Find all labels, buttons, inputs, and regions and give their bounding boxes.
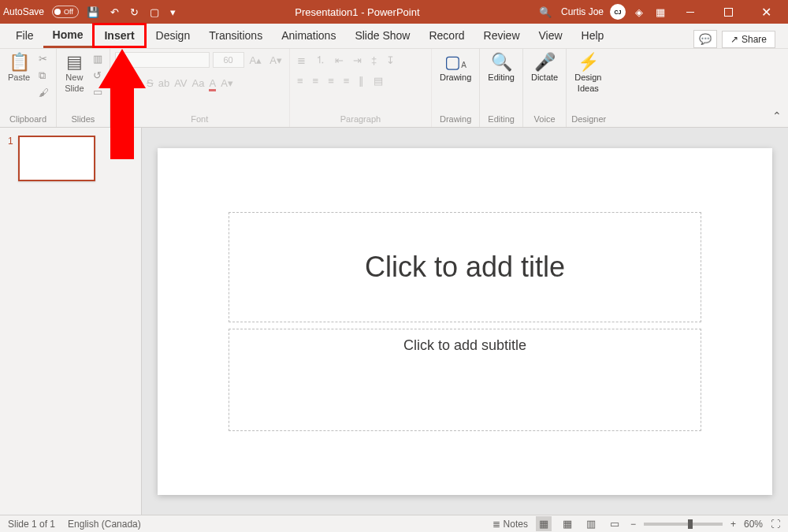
title-placeholder[interactable]: Click to add title — [229, 212, 701, 322]
ribbon-tabs: File Home Insert Design Transitions Anim… — [0, 24, 788, 49]
premium-icon[interactable]: ◈ — [632, 6, 646, 18]
slide-canvas[interactable]: Click to add title Click to add subtitle — [158, 148, 772, 495]
font-color-icon[interactable]: A — [209, 77, 216, 91]
language-status[interactable]: English (Canada) — [68, 519, 141, 530]
section-icon[interactable]: ▭ — [91, 85, 105, 99]
case-icon[interactable]: Aa — [192, 77, 205, 91]
normal-view-icon[interactable]: ▦ — [536, 516, 552, 531]
document-title: Presentation1 - PowerPoint — [179, 6, 536, 18]
tab-animations[interactable]: Animations — [272, 23, 345, 48]
zoom-in-icon[interactable]: + — [730, 519, 736, 530]
decrease-font-icon[interactable]: A▾ — [267, 54, 284, 67]
undo-icon[interactable]: ↶ — [107, 6, 122, 18]
spacing-icon[interactable]: AV — [174, 77, 187, 91]
minimize-button[interactable] — [675, 0, 706, 24]
font-group-label: Font — [115, 113, 284, 125]
justify-icon[interactable]: ≡ — [341, 74, 352, 87]
slideshow-view-icon[interactable]: ▭ — [607, 516, 623, 531]
slide-thumbnail-pane[interactable]: 1 — [0, 128, 142, 515]
tab-help[interactable]: Help — [572, 23, 614, 48]
comments-button[interactable]: 💬 — [693, 30, 717, 48]
align-right-icon[interactable]: ≡ — [325, 74, 336, 87]
work-area: 1 Click to add title Click to add subtit… — [0, 128, 788, 515]
drawing-button[interactable]: ▢A Drawing — [437, 52, 474, 84]
thumbnail-1[interactable]: 1 — [8, 136, 133, 181]
newslide-label2: Slide — [65, 84, 84, 93]
group-drawing: ▢A Drawing Drawing — [432, 49, 480, 127]
group-editing: 🔍 Editing Editing — [480, 49, 523, 127]
tab-slideshow[interactable]: Slide Show — [345, 23, 419, 48]
editing-button[interactable]: 🔍 Editing — [485, 52, 518, 84]
tab-insert[interactable]: Insert — [92, 23, 146, 48]
titlebar-left: AutoSave Off 💾 ↶ ↻ ▢ ▾ — [3, 6, 179, 18]
paste-button[interactable]: 📋 Paste — [5, 52, 33, 84]
slide-edit-area[interactable]: Click to add title Click to add subtitle — [142, 128, 788, 515]
align-center-icon[interactable]: ≡ — [310, 74, 322, 87]
collapse-ribbon-icon[interactable]: ⌃ — [772, 110, 782, 122]
reading-view-icon[interactable]: ▥ — [583, 516, 599, 531]
tab-file[interactable]: File — [6, 23, 43, 48]
bullets-icon[interactable]: ≣ — [295, 54, 308, 67]
tab-design[interactable]: Design — [147, 23, 200, 48]
numbering-icon[interactable]: ⒈ — [313, 52, 328, 68]
notes-button[interactable]: ≣ Notes — [492, 519, 528, 530]
indent-left-icon[interactable]: ⇤ — [333, 54, 346, 67]
save-icon[interactable]: 💾 — [84, 6, 102, 18]
bold-button[interactable]: B — [115, 77, 122, 91]
lightning-icon: ⚡ — [578, 54, 599, 71]
zoom-handle[interactable] — [688, 519, 693, 529]
present-icon[interactable]: ▢ — [147, 6, 162, 18]
underline-button[interactable]: U — [135, 77, 142, 91]
cut-icon[interactable]: ✂ — [36, 52, 51, 65]
line-spacing-icon[interactable]: ‡ — [369, 54, 379, 67]
reset-icon[interactable]: ↺ — [91, 69, 105, 82]
share-button[interactable]: ↗ Share — [722, 31, 775, 48]
copy-icon[interactable]: ⧉ — [36, 69, 51, 83]
account-avatar[interactable]: CJ — [610, 4, 626, 20]
autosave-toggle[interactable]: Off — [52, 6, 79, 18]
fit-to-window-icon[interactable]: ⛶ — [771, 519, 780, 530]
group-slides: ▤ New Slide ▥ ↺ ▭ Slides — [57, 49, 110, 127]
title-bar: AutoSave Off 💾 ↶ ↻ ▢ ▾ Presentation1 - P… — [0, 0, 788, 24]
search-icon[interactable]: 🔍 — [536, 6, 555, 18]
zoom-slider[interactable] — [644, 523, 723, 526]
strike-button[interactable]: S — [147, 77, 154, 91]
shadow-button[interactable]: ab — [158, 77, 169, 91]
design-ideas-button[interactable]: ⚡ Design Ideas — [571, 52, 604, 95]
thumbnail-preview[interactable] — [18, 136, 95, 181]
tab-home[interactable]: Home — [43, 23, 93, 48]
dictate-button[interactable]: 🎤 Dictate — [528, 52, 561, 84]
redo-icon[interactable]: ↻ — [127, 6, 142, 18]
paragraph-group-label: Paragraph — [295, 113, 426, 125]
close-button[interactable]: ✕ — [750, 0, 782, 24]
columns-icon[interactable]: ‖ — [356, 74, 366, 87]
subtitle-placeholder[interactable]: Click to add subtitle — [229, 329, 701, 431]
layout-icon[interactable]: ▥ — [91, 52, 105, 65]
ribbon: 📋 Paste ✂ ⧉ 🖌 Clipboard ▤ New Slide ▥ ↺ … — [0, 49, 788, 128]
font-size-combo[interactable]: 60 — [213, 52, 244, 68]
user-name[interactable]: Curtis Joe — [561, 6, 604, 17]
text-direction-icon[interactable]: ↧ — [384, 54, 397, 67]
new-slide-button[interactable]: ▤ New Slide — [61, 52, 87, 95]
tab-record[interactable]: Record — [419, 23, 474, 48]
qat-dropdown-icon[interactable]: ▾ — [167, 6, 179, 18]
indent-right-icon[interactable]: ⇥ — [351, 54, 364, 67]
ribbon-options-icon[interactable]: ▦ — [652, 6, 668, 18]
sorter-view-icon[interactable]: ▦ — [559, 516, 575, 531]
zoom-percent[interactable]: 60% — [744, 519, 763, 530]
font-family-combo[interactable] — [115, 52, 210, 68]
increase-font-icon[interactable]: A▴ — [247, 54, 265, 67]
italic-button[interactable]: I — [127, 77, 130, 91]
tab-transitions[interactable]: Transitions — [199, 23, 272, 48]
zoom-out-icon[interactable]: − — [630, 519, 636, 530]
highlight-icon[interactable]: A▾ — [221, 77, 233, 91]
align-left-icon[interactable]: ≡ — [295, 74, 306, 87]
tab-view[interactable]: View — [530, 23, 572, 48]
microphone-icon: 🎤 — [534, 54, 556, 71]
slides-group-label: Slides — [61, 113, 104, 125]
format-painter-icon[interactable]: 🖌 — [36, 86, 51, 99]
smartart-icon[interactable]: ▤ — [371, 74, 385, 87]
tab-review[interactable]: Review — [474, 23, 530, 48]
slide-counter[interactable]: Slide 1 of 1 — [8, 519, 55, 530]
maximize-button[interactable] — [712, 0, 744, 24]
